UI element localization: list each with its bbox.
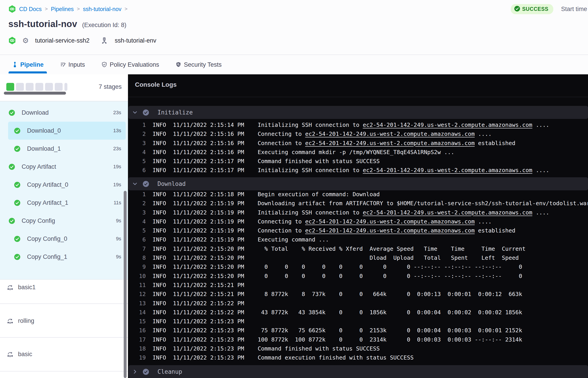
- log-line-text: INFO 11/11/2022 2:15:17 PM Command finis…: [146, 157, 380, 166]
- log-line-text: INFO 11/11/2022 2:15:19 PM Connecting to…: [146, 217, 492, 226]
- stage-duration: 23s: [113, 110, 121, 116]
- environment-name[interactable]: ssh-tutorial-env: [115, 37, 156, 44]
- success-check-icon: [14, 200, 20, 206]
- log-line: 12 INFO 11/11/2022 2:15:21 PM 8 8772k 8 …: [139, 290, 587, 299]
- log-line-text: INFO 11/11/2022 2:15:17 PM Initializing …: [146, 166, 549, 175]
- log-line-number: 1: [139, 190, 146, 199]
- breadcrumb-link[interactable]: Pipelines: [51, 6, 74, 12]
- host-link[interactable]: ec2-54-201-142-249.us-west-2.compute.ama…: [363, 122, 532, 128]
- chevron-right-icon[interactable]: [132, 369, 138, 375]
- stage-item-download[interactable]: Download23s: [0, 104, 128, 122]
- inputs-icon: [60, 62, 66, 68]
- breadcrumb: CD Docs>Pipelines>ssh-tutorial-nov>: [8, 5, 128, 13]
- log-line-number: 13: [139, 299, 146, 308]
- host-link[interactable]: ec2-54-201-142-249.us-west-2.compute.ama…: [363, 209, 532, 216]
- log-line-number: 8: [139, 253, 146, 262]
- stage-graph-node[interactable]: [16, 83, 24, 91]
- stage-step-list: Download23sDownload_013sDownload_123sCop…: [0, 101, 128, 280]
- stage-item-copy-config_1[interactable]: Copy Config_19s: [0, 248, 128, 266]
- log-line-number: 2: [139, 130, 146, 138]
- stage-item-label: basic1: [18, 284, 36, 291]
- step-success-check-icon: [143, 369, 149, 375]
- log-section-header-cleanup[interactable]: Cleanup: [128, 365, 588, 378]
- chevron-down-icon[interactable]: [132, 109, 138, 115]
- log-section-header-initialize[interactable]: Initialize: [128, 106, 588, 119]
- stage-duration: 11s: [114, 200, 121, 206]
- list-divider: [0, 371, 128, 371]
- tab-inputs[interactable]: Inputs: [57, 55, 88, 74]
- success-check-icon: [14, 254, 20, 260]
- stage-item-rolling[interactable]: rolling: [7, 316, 34, 325]
- host-link[interactable]: ec2-54-201-142-249.us-west-2.compute.ama…: [305, 131, 475, 137]
- stage-item-copy-artifact[interactable]: Copy Artifact19s: [0, 158, 128, 176]
- stage-duration: 23s: [113, 146, 121, 152]
- log-line-text: INFO 11/11/2022 2:15:20 PM 0 0 0 0 0 0 0…: [146, 262, 522, 271]
- host-link[interactable]: ec2-54-201-142-249.us-west-2.compute.ama…: [305, 218, 475, 225]
- stage-item-copy-artifact_0[interactable]: Copy Artifact_019s: [0, 176, 128, 194]
- stage-item-copy-config_0[interactable]: Copy Config_09s: [0, 230, 128, 248]
- console-divider: [128, 97, 588, 97]
- stage-graph-node[interactable]: [65, 83, 67, 91]
- chevron-down-icon[interactable]: [132, 181, 138, 187]
- step-success-check-icon: [143, 109, 149, 116]
- stage-item-label: Copy Config: [22, 217, 55, 224]
- rollout-stage-icon: [7, 317, 13, 324]
- log-line: 3 INFO 11/11/2022 2:15:16 PM Connection …: [139, 139, 587, 148]
- breadcrumb-link[interactable]: ssh-tutorial-nov: [83, 6, 121, 12]
- stage-graph: [6, 83, 67, 91]
- stage-graph-node[interactable]: [45, 83, 53, 91]
- log-section-label: Initialize: [158, 109, 193, 116]
- service-name[interactable]: tutorial-service-ssh2: [35, 37, 90, 44]
- success-check-icon: [9, 218, 15, 224]
- host-link[interactable]: ec2-54-201-142-249.us-west-2.compute.ama…: [363, 167, 532, 174]
- log-line: 19 INFO 11/11/2022 2:15:23 PM Command ex…: [139, 353, 587, 362]
- page-header: CD Docs>Pipelines>ssh-tutorial-nov> SUCC…: [0, 0, 588, 54]
- log-line-number: 18: [139, 344, 146, 353]
- log-section-header-download[interactable]: Download: [128, 177, 588, 190]
- log-line-text: INFO 11/11/2022 2:15:20 PM % Total % Rec…: [146, 244, 526, 253]
- stage-item-basic1[interactable]: basic1: [7, 283, 36, 292]
- stage-item-label: rolling: [18, 317, 34, 324]
- stage-sidebar: 7 stages Download23sDownload_013sDownloa…: [0, 74, 128, 378]
- stage-item-copy-artifact_1[interactable]: Copy Artifact_111s: [0, 194, 128, 212]
- stage-graph-node[interactable]: [35, 83, 43, 91]
- log-line: 5 INFO 11/11/2022 2:15:17 PM Command fin…: [139, 157, 587, 166]
- tab-policy-evaluations[interactable]: Policy Evaluations: [98, 55, 162, 74]
- host-link[interactable]: ec2-54-201-142-249.us-west-2.compute.ama…: [305, 227, 475, 234]
- chevron-right-separator: >: [125, 6, 128, 12]
- host-link[interactable]: ec2-54-201-142-249.us-west-2.compute.ama…: [305, 140, 475, 147]
- gear-icon: ⚙: [22, 37, 29, 44]
- stage-item-download_1[interactable]: Download_123s: [0, 140, 128, 158]
- log-line: 16 INFO 11/11/2022 2:15:23 PM 75 8772k 7…: [139, 326, 587, 335]
- stage-graph-node[interactable]: [55, 83, 63, 91]
- tab-label: Inputs: [68, 61, 85, 68]
- stage-item-highlight: [8, 140, 126, 158]
- stage-item-label: Copy Artifact_1: [27, 199, 68, 206]
- stage-count-label: 7 stages: [99, 83, 122, 90]
- stage-item-label: Download_0: [27, 127, 61, 134]
- stage-item-label: Copy Artifact_0: [27, 181, 68, 188]
- log-line-text: INFO 11/11/2022 2:15:19 PM Executing com…: [146, 235, 329, 244]
- breadcrumb-link[interactable]: CD Docs: [19, 6, 42, 12]
- sidebar-scrollbar[interactable]: [124, 191, 127, 378]
- stage-item-canary2[interactable]: canary2: [7, 377, 40, 378]
- log-line-number: 1: [139, 121, 146, 130]
- stage-item-label: Download: [22, 109, 49, 116]
- rollout-stage-icon: [7, 284, 13, 291]
- list-divider: [0, 337, 128, 338]
- stage-item-basic[interactable]: basic: [7, 350, 32, 359]
- pipeline-icon: [12, 62, 18, 68]
- stage-graph-node[interactable]: [6, 83, 14, 91]
- log-line-number: 16: [139, 326, 146, 335]
- success-check-icon: [14, 128, 20, 134]
- stage-duration: 9s: [116, 218, 121, 224]
- tab-security-tests[interactable]: Security Tests: [172, 55, 225, 74]
- tab-pipeline[interactable]: Pipeline: [9, 55, 47, 74]
- stage-graph-node[interactable]: [26, 83, 34, 91]
- log-line: 9 INFO 11/11/2022 2:15:20 PM 0 0 0 0 0 0…: [139, 262, 587, 271]
- log-line: 4 INFO 11/11/2022 2:15:16 PM Executing c…: [139, 148, 587, 157]
- stage-graph-scrollbar[interactable]: [4, 92, 66, 94]
- stage-item-copy-config[interactable]: Copy Config9s: [0, 212, 128, 230]
- stage-item-download_0[interactable]: Download_013s: [0, 122, 128, 140]
- log-line: 5 INFO 11/11/2022 2:15:19 PM Connection …: [139, 226, 587, 235]
